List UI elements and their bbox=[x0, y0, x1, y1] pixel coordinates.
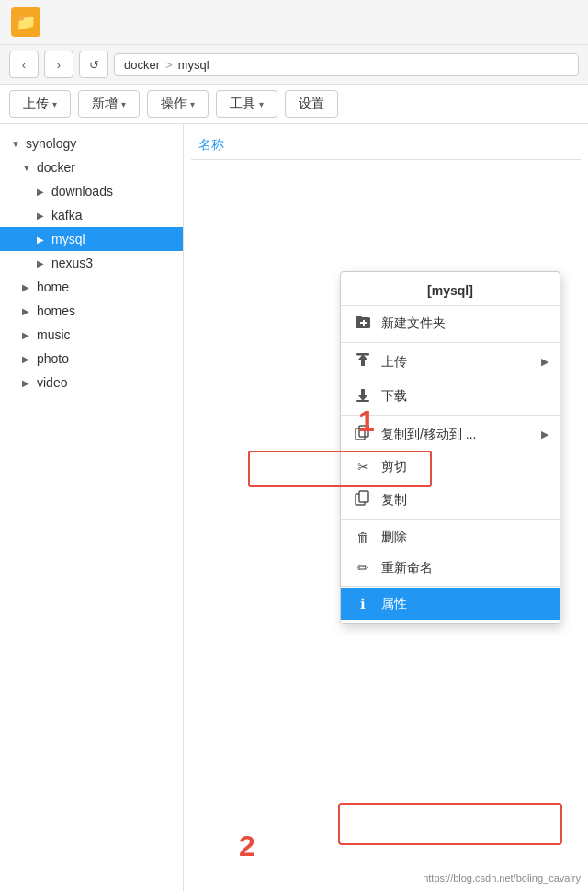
context-menu-copy-move[interactable]: 复制到/移动到 ... ▶ bbox=[341, 417, 560, 451]
context-menu-new-folder[interactable]: 新建文件夹 bbox=[341, 306, 560, 340]
upload-submenu-arrow: ▶ bbox=[541, 356, 548, 368]
copy-icon bbox=[354, 490, 372, 509]
refresh-button[interactable]: ↺ bbox=[79, 51, 108, 78]
tools-arrow: ▾ bbox=[259, 99, 264, 109]
download-label: 下载 bbox=[381, 388, 407, 405]
video-expand-icon bbox=[22, 378, 33, 388]
cut-icon: ✂ bbox=[354, 459, 372, 475]
action-toolbar: 上传 ▾ 新增 ▾ 操作 ▾ 工具 ▾ 设置 bbox=[0, 85, 588, 124]
sidebar-item-music[interactable]: music bbox=[0, 323, 183, 347]
separator-1 bbox=[341, 342, 560, 343]
separator-2 bbox=[341, 415, 560, 416]
downloads-expand-icon bbox=[37, 187, 48, 197]
copy-label: 复制 bbox=[381, 492, 407, 508]
back-button[interactable]: ‹ bbox=[9, 51, 39, 78]
main-area: synology docker downloads kafka mysql bbox=[0, 124, 588, 891]
path-separator: > bbox=[165, 58, 173, 72]
downloads-label: downloads bbox=[51, 184, 113, 199]
music-expand-icon bbox=[22, 330, 33, 340]
upload-icon bbox=[354, 352, 372, 371]
separator-3 bbox=[341, 519, 560, 520]
context-menu-title: [mysql] bbox=[341, 276, 560, 306]
context-menu-upload[interactable]: 上传 ▶ bbox=[341, 345, 560, 379]
svg-rect-7 bbox=[356, 400, 369, 402]
svg-rect-9 bbox=[359, 426, 368, 437]
copy-move-icon bbox=[354, 425, 372, 444]
operation-arrow: ▾ bbox=[190, 99, 195, 109]
context-menu-download[interactable]: 下载 bbox=[341, 379, 560, 413]
svg-rect-8 bbox=[356, 428, 365, 440]
sidebar-item-homes[interactable]: homes bbox=[0, 299, 183, 323]
svg-rect-11 bbox=[359, 491, 368, 502]
operation-label: 操作 bbox=[161, 96, 187, 112]
sidebar-item-video[interactable]: video bbox=[0, 371, 183, 394]
sidebar-item-mysql[interactable]: mysql bbox=[0, 227, 183, 251]
context-menu-copy[interactable]: 复制 bbox=[341, 483, 560, 517]
sidebar: synology docker downloads kafka mysql bbox=[0, 124, 184, 891]
homes-label: homes bbox=[37, 303, 75, 318]
music-label: music bbox=[37, 327, 71, 342]
upload-button[interactable]: 上传 ▾ bbox=[9, 90, 71, 118]
svg-marker-4 bbox=[358, 354, 368, 366]
settings-label: 设置 bbox=[299, 96, 324, 112]
mysql-expand-icon bbox=[37, 234, 48, 245]
context-menu-properties[interactable]: ℹ 属性 bbox=[341, 588, 560, 620]
col-name-label: 名称 bbox=[198, 137, 224, 152]
properties-label: 属性 bbox=[381, 596, 407, 612]
context-menu-rename[interactable]: ✏ 重新命名 bbox=[341, 553, 560, 584]
forward-button[interactable]: › bbox=[44, 51, 74, 78]
sidebar-item-downloads[interactable]: downloads bbox=[0, 179, 183, 203]
new-label: 新增 bbox=[92, 96, 118, 112]
docker-label: docker bbox=[37, 160, 75, 175]
new-folder-icon bbox=[354, 314, 372, 333]
path-part1: docker bbox=[124, 58, 160, 72]
copy-move-submenu-arrow: ▶ bbox=[541, 428, 548, 440]
svg-rect-5 bbox=[356, 353, 369, 356]
path-part2: mysql bbox=[178, 58, 209, 72]
copy-move-label: 复制到/移动到 ... bbox=[381, 427, 476, 443]
separator-4 bbox=[341, 586, 560, 587]
rename-label: 重新命名 bbox=[381, 560, 433, 577]
delete-icon: 🗑 bbox=[354, 530, 372, 545]
sidebar-item-docker[interactable]: docker bbox=[0, 155, 183, 179]
app-icon: 📁 bbox=[11, 7, 40, 37]
kafka-expand-icon bbox=[37, 211, 48, 221]
content-area: 名称 [mysql] 新建文件夹 bbox=[184, 124, 588, 891]
address-bar[interactable]: docker > mysql bbox=[114, 53, 579, 76]
sidebar-item-home[interactable]: home bbox=[0, 275, 183, 299]
delete-label: 删除 bbox=[381, 529, 407, 545]
properties-icon: ℹ bbox=[354, 596, 372, 612]
new-arrow: ▾ bbox=[121, 99, 126, 109]
nav-toolbar: ‹ › ↺ docker > mysql bbox=[0, 45, 588, 85]
svg-marker-6 bbox=[358, 389, 368, 401]
synology-expand-icon bbox=[11, 139, 22, 149]
settings-button[interactable]: 设置 bbox=[285, 90, 338, 118]
file-manager-window: 📁 ‹ › ↺ docker > mysql 上传 ▾ 新增 ▾ 操作 ▾ 工具… bbox=[0, 0, 588, 891]
operation-button[interactable]: 操作 ▾ bbox=[147, 90, 209, 118]
mysql-label: mysql bbox=[51, 232, 85, 246]
photo-label: photo bbox=[37, 351, 69, 366]
folder-icon: 📁 bbox=[16, 12, 36, 32]
photo-expand-icon bbox=[22, 354, 33, 364]
context-menu-cut[interactable]: ✂ 剪切 bbox=[341, 451, 560, 483]
video-label: video bbox=[37, 375, 67, 390]
new-button[interactable]: 新增 ▾ bbox=[78, 90, 140, 118]
synology-label: synology bbox=[26, 136, 76, 151]
upload-label: 上传 bbox=[23, 96, 49, 112]
titlebar: 📁 bbox=[0, 0, 588, 45]
upload-label: 上传 bbox=[381, 354, 407, 371]
sidebar-item-kafka[interactable]: kafka bbox=[0, 203, 183, 227]
sidebar-item-synology[interactable]: synology bbox=[0, 131, 183, 155]
context-menu-delete[interactable]: 🗑 删除 bbox=[341, 521, 560, 553]
annotation-num-2: 2 bbox=[239, 829, 255, 863]
upload-arrow: ▾ bbox=[52, 99, 57, 109]
annotation-box-2 bbox=[338, 803, 562, 845]
new-folder-label: 新建文件夹 bbox=[381, 315, 446, 332]
svg-rect-1 bbox=[356, 316, 362, 319]
sidebar-item-photo[interactable]: photo bbox=[0, 347, 183, 371]
sidebar-item-nexus3[interactable]: nexus3 bbox=[0, 251, 183, 275]
homes-expand-icon bbox=[22, 306, 33, 316]
content-header: 名称 bbox=[191, 131, 581, 160]
tools-button[interactable]: 工具 ▾ bbox=[216, 90, 277, 118]
context-menu: [mysql] 新建文件夹 bbox=[340, 271, 560, 624]
